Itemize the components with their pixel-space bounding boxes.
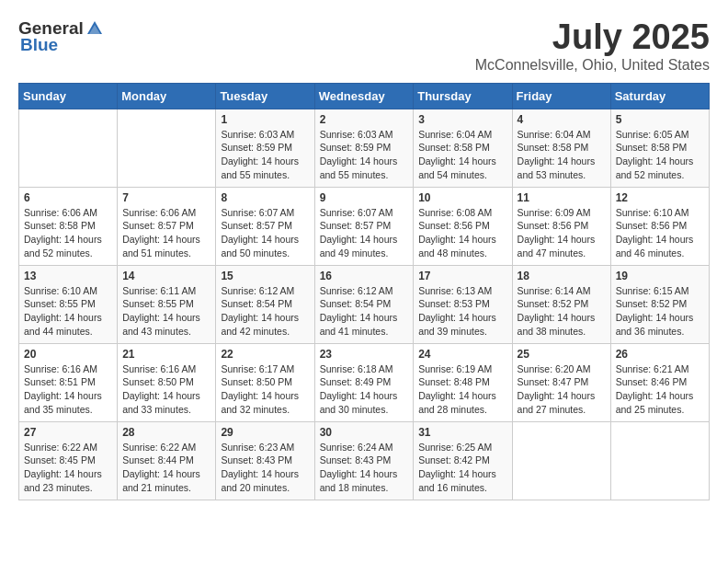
weekday-header-cell: Friday [512,83,610,109]
day-number: 26 [616,348,704,361]
calendar-day-cell: 15Sunrise: 6:12 AM Sunset: 8:54 PM Dayli… [216,265,314,343]
day-info: Sunrise: 6:08 AM Sunset: 8:56 PM Dayligh… [418,206,506,260]
day-info: Sunrise: 6:20 AM Sunset: 8:47 PM Dayligh… [518,362,606,417]
day-info: Sunrise: 6:07 AM Sunset: 8:57 PM Dayligh… [221,206,309,260]
title-block: July 2025 McConnelsville, Ohio, United S… [475,18,710,74]
day-info: Sunrise: 6:13 AM Sunset: 8:53 PM Dayligh… [418,284,506,339]
day-number: 2 [320,113,409,126]
day-number: 8 [221,191,309,204]
day-info: Sunrise: 6:19 AM Sunset: 8:48 PM Dayligh… [418,362,506,417]
calendar-week-row: 13Sunrise: 6:10 AM Sunset: 8:55 PM Dayli… [19,265,710,343]
calendar-day-cell: 20Sunrise: 6:16 AM Sunset: 8:51 PM Dayli… [19,343,118,421]
day-info: Sunrise: 6:24 AM Sunset: 8:43 PM Dayligh… [320,441,409,495]
day-info: Sunrise: 6:23 AM Sunset: 8:43 PM Dayligh… [221,441,309,495]
day-number: 5 [616,113,704,126]
day-number: 7 [122,191,210,204]
calendar-day-cell: 25Sunrise: 6:20 AM Sunset: 8:47 PM Dayli… [512,343,610,421]
day-info: Sunrise: 6:10 AM Sunset: 8:55 PM Dayligh… [24,284,112,339]
calendar-day-cell: 1Sunrise: 6:03 AM Sunset: 8:59 PM Daylig… [216,109,314,187]
day-info: Sunrise: 6:10 AM Sunset: 8:56 PM Dayligh… [616,206,704,260]
calendar-day-cell: 22Sunrise: 6:17 AM Sunset: 8:50 PM Dayli… [216,343,314,421]
calendar-week-row: 20Sunrise: 6:16 AM Sunset: 8:51 PM Dayli… [19,343,710,421]
calendar-day-cell: 27Sunrise: 6:22 AM Sunset: 8:45 PM Dayli… [19,421,118,500]
calendar-day-cell: 14Sunrise: 6:11 AM Sunset: 8:55 PM Dayli… [118,265,216,343]
day-number: 24 [418,348,506,361]
calendar-week-row: 6Sunrise: 6:06 AM Sunset: 8:58 PM Daylig… [19,187,710,265]
calendar-day-cell: 29Sunrise: 6:23 AM Sunset: 8:43 PM Dayli… [216,421,314,500]
calendar-day-cell: 31Sunrise: 6:25 AM Sunset: 8:42 PM Dayli… [414,421,512,500]
day-info: Sunrise: 6:12 AM Sunset: 8:54 PM Dayligh… [320,284,409,339]
day-info: Sunrise: 6:22 AM Sunset: 8:45 PM Dayligh… [24,441,112,495]
day-info: Sunrise: 6:03 AM Sunset: 8:59 PM Dayligh… [320,128,409,182]
day-number: 18 [518,270,606,282]
day-number: 23 [320,348,409,361]
weekday-header-cell: Thursday [414,83,512,109]
calendar-header: SundayMondayTuesdayWednesdayThursdayFrid… [19,83,710,109]
calendar-day-cell: 11Sunrise: 6:09 AM Sunset: 8:56 PM Dayli… [512,187,610,265]
day-number: 20 [24,348,112,361]
day-number: 9 [320,191,409,204]
weekday-header-cell: Sunday [19,83,118,109]
day-number: 19 [616,270,704,282]
day-number: 16 [320,270,409,282]
calendar-day-cell: 18Sunrise: 6:14 AM Sunset: 8:52 PM Dayli… [512,265,610,343]
calendar-day-cell: 12Sunrise: 6:10 AM Sunset: 8:56 PM Dayli… [610,187,709,265]
weekday-header-row: SundayMondayTuesdayWednesdayThursdayFrid… [19,83,710,109]
weekday-header-cell: Saturday [610,83,709,109]
location-title: McConnelsville, Ohio, United States [475,57,710,74]
day-info: Sunrise: 6:06 AM Sunset: 8:57 PM Dayligh… [122,206,210,260]
calendar-day-cell: 24Sunrise: 6:19 AM Sunset: 8:48 PM Dayli… [414,343,512,421]
calendar-day-cell: 5Sunrise: 6:05 AM Sunset: 8:58 PM Daylig… [610,109,709,187]
day-number: 12 [616,191,704,204]
calendar-day-cell: 28Sunrise: 6:22 AM Sunset: 8:44 PM Dayli… [118,421,216,500]
calendar-day-cell: 23Sunrise: 6:18 AM Sunset: 8:49 PM Dayli… [314,343,414,421]
calendar-day-cell: 2Sunrise: 6:03 AM Sunset: 8:59 PM Daylig… [314,109,414,187]
day-info: Sunrise: 6:22 AM Sunset: 8:44 PM Dayligh… [122,441,210,495]
calendar-day-cell [19,109,118,187]
day-info: Sunrise: 6:04 AM Sunset: 8:58 PM Dayligh… [518,128,606,182]
day-info: Sunrise: 6:04 AM Sunset: 8:58 PM Dayligh… [418,128,506,182]
day-number: 13 [24,270,112,282]
calendar-day-cell: 8Sunrise: 6:07 AM Sunset: 8:57 PM Daylig… [216,187,314,265]
month-title: July 2025 [475,18,710,57]
day-number: 17 [418,270,506,282]
calendar-day-cell: 17Sunrise: 6:13 AM Sunset: 8:53 PM Dayli… [414,265,512,343]
calendar-day-cell: 7Sunrise: 6:06 AM Sunset: 8:57 PM Daylig… [118,187,216,265]
day-info: Sunrise: 6:12 AM Sunset: 8:54 PM Dayligh… [221,284,309,339]
day-number: 27 [24,426,112,439]
logo-blue-text: Blue [20,35,58,55]
calendar-day-cell: 10Sunrise: 6:08 AM Sunset: 8:56 PM Dayli… [414,187,512,265]
page-header: General Blue July 2025 McConnelsville, O… [18,18,710,74]
day-number: 3 [418,113,506,126]
calendar-day-cell: 30Sunrise: 6:24 AM Sunset: 8:43 PM Dayli… [314,421,414,500]
day-info: Sunrise: 6:15 AM Sunset: 8:52 PM Dayligh… [616,284,704,339]
day-number: 22 [221,348,309,361]
day-number: 10 [418,191,506,204]
logo-icon [85,19,104,38]
day-info: Sunrise: 6:09 AM Sunset: 8:56 PM Dayligh… [518,206,606,260]
calendar-body: 1Sunrise: 6:03 AM Sunset: 8:59 PM Daylig… [19,109,710,500]
day-info: Sunrise: 6:07 AM Sunset: 8:57 PM Dayligh… [320,206,409,260]
calendar-day-cell: 13Sunrise: 6:10 AM Sunset: 8:55 PM Dayli… [19,265,118,343]
day-number: 1 [221,113,309,126]
calendar-day-cell [512,421,610,500]
day-number: 31 [418,426,506,439]
calendar-day-cell: 6Sunrise: 6:06 AM Sunset: 8:58 PM Daylig… [19,187,118,265]
calendar-day-cell: 26Sunrise: 6:21 AM Sunset: 8:46 PM Dayli… [610,343,709,421]
day-number: 28 [122,426,210,439]
weekday-header-cell: Monday [118,83,216,109]
weekday-header-cell: Wednesday [314,83,414,109]
day-info: Sunrise: 6:03 AM Sunset: 8:59 PM Dayligh… [221,128,309,182]
calendar-day-cell [610,421,709,500]
day-number: 25 [518,348,606,361]
day-info: Sunrise: 6:17 AM Sunset: 8:50 PM Dayligh… [221,362,309,417]
calendar-table: SundayMondayTuesdayWednesdayThursdayFrid… [18,83,710,500]
day-info: Sunrise: 6:14 AM Sunset: 8:52 PM Dayligh… [518,284,606,339]
logo: General Blue [18,18,104,55]
calendar-day-cell [118,109,216,187]
day-number: 11 [518,191,606,204]
day-number: 6 [24,191,112,204]
day-number: 30 [320,426,409,439]
calendar-day-cell: 19Sunrise: 6:15 AM Sunset: 8:52 PM Dayli… [610,265,709,343]
weekday-header-cell: Tuesday [216,83,314,109]
